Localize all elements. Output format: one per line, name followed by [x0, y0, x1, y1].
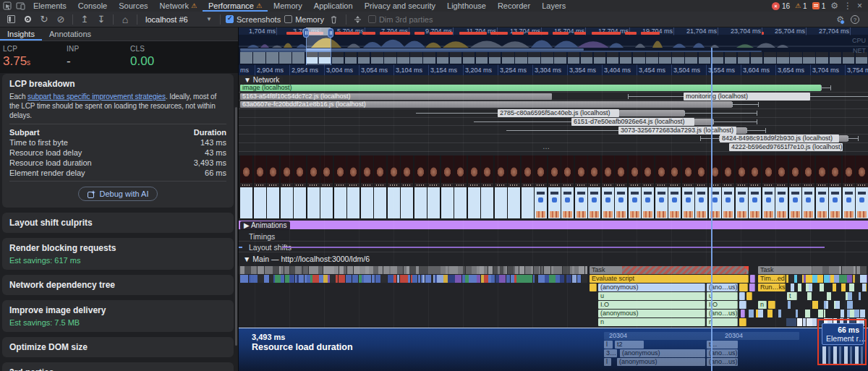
warning-badge[interactable]: ⚠1: [795, 2, 807, 10]
filmstrip-screenshot[interactable]: [267, 155, 279, 218]
filmstrip-screenshot[interactable]: [307, 155, 320, 218]
inspect-icon[interactable]: [0, 0, 14, 12]
filmstrip-screenshot[interactable]: [508, 155, 520, 218]
metric-lcp[interactable]: LCP 3.75s: [1, 45, 65, 73]
network-request-row[interactable]: 63a0607e-fc20bddf2a1e8b16.js (localhost): [239, 101, 868, 109]
history-select[interactable]: localhost #6▼: [142, 15, 215, 24]
error-badge[interactable]: ×16: [772, 2, 790, 10]
insight-card-layout-shift-culprits[interactable]: Layout shift culprits: [2, 213, 234, 233]
filmstrip-screenshot[interactable]: [682, 155, 694, 218]
network-request-row[interactable]: 2785-c80a6595f5ac40eb.js (localhost): [239, 109, 868, 118]
device-toolbar-icon[interactable]: [14, 0, 27, 12]
filmstrip-screenshot[interactable]: [749, 155, 761, 218]
network-request-label[interactable]: 8424-8498c918d9f2b930.js (localhost): [720, 135, 839, 142]
clear-button[interactable]: ⊘: [54, 13, 67, 26]
network-request-label[interactable]: 4222-b596ed97651f7e10.js (localhost): [729, 143, 843, 151]
filmstrip-screenshot[interactable]: [468, 155, 480, 218]
garbage-collect-icon[interactable]: [328, 13, 341, 26]
layout-shift-marker[interactable]: [282, 247, 825, 248]
network-track-header[interactable]: ▼ Network: [240, 76, 283, 85]
filmstrip-screenshot[interactable]: [254, 155, 266, 218]
fit-view-icon[interactable]: [352, 13, 365, 26]
flame-bar[interactable]: [750, 275, 755, 283]
network-expander[interactable]: …: [542, 142, 550, 150]
timeline-panel[interactable]: CPU NET 1,704 ms3,704 ms5,704 ms7,704 ms…: [239, 27, 868, 371]
memory-checkbox[interactable]: Memory: [284, 15, 324, 24]
lcp-breakdown-card[interactable]: LCP breakdown Each subpart has specific …: [2, 74, 234, 208]
network-request-label[interactable]: 2785-c80a6595f5ac40eb.js (localhost): [498, 109, 619, 117]
toggle-sidebar-icon[interactable]: [4, 13, 17, 26]
close-icon[interactable]: ×: [857, 1, 862, 11]
insight-card-3rd-parties[interactable]: 3rd parties: [2, 362, 234, 371]
network-request-row[interactable]: 6151-d7e50eafb0926e64.js (localhost): [239, 118, 868, 127]
filmstrip-screenshot[interactable]: [414, 155, 427, 218]
filmstrip-screenshot[interactable]: [454, 155, 467, 218]
flame-bar[interactable]: I.O: [598, 301, 705, 309]
filmstrip-screenshot[interactable]: [427, 155, 440, 218]
filmstrip-screenshot[interactable]: [575, 155, 587, 218]
dim-3rd-parties-checkbox[interactable]: Dim 3rd parties: [368, 15, 433, 24]
more-menu-icon[interactable]: ⋮: [843, 1, 852, 11]
network-request-bar[interactable]: [839, 135, 848, 142]
timeline-overview[interactable]: CPU NET 1,704 ms3,704 ms5,704 ms7,704 ms…: [239, 27, 868, 75]
flame-bar[interactable]: [590, 283, 597, 291]
insight-card-improve-image-delivery[interactable]: Improve image deliveryEst savings: 7.5 M…: [2, 300, 234, 332]
insight-card-render-blocking-requests[interactable]: Render blocking requestsEst savings: 617…: [2, 238, 234, 270]
filmstrip-screenshot[interactable]: [629, 155, 641, 218]
flame-row[interactable]: (anonymous)(ano…us): [239, 310, 868, 317]
animations-track[interactable]: ▶ Animations: [239, 220, 868, 230]
flame-row[interactable]: TaskTask: [239, 266, 868, 274]
capture-settings-icon[interactable]: ⚙: [836, 14, 844, 25]
help-icon[interactable]: ?: [851, 15, 859, 24]
flame-bar[interactable]: Run…ks: [758, 283, 786, 291]
tab-console[interactable]: Console: [72, 0, 113, 12]
tab-application[interactable]: Application: [308, 0, 359, 12]
timeline-playhead[interactable]: [711, 48, 712, 371]
flame-row[interactable]: I.OI.On: [239, 301, 868, 309]
network-request-row[interactable]: 3073-3256772683da7293.js (localhost): [239, 127, 868, 135]
flame-bar[interactable]: Tim…ed: [758, 275, 786, 283]
issues-badge[interactable]: 1: [812, 2, 826, 10]
filmstrip-screenshot[interactable]: [334, 155, 346, 218]
flame-bar[interactable]: [746, 292, 752, 300]
network-request-label[interactable]: 3073-3256772683da7293.js (localhost): [618, 127, 736, 135]
network-request-row[interactable]: 5163-a54f8f10c54dc7c2.js (localhost)moni…: [239, 93, 868, 101]
flame-bar[interactable]: n: [758, 301, 767, 309]
filmstrip-screenshot[interactable]: [481, 155, 493, 218]
filmstrip-screenshot[interactable]: [829, 155, 841, 218]
tab-privacy-and-security[interactable]: Privacy and security: [359, 0, 441, 12]
settings-gear-icon[interactable]: ⚙: [830, 1, 838, 11]
tab-sources[interactable]: Sources: [113, 0, 153, 12]
flame-bar[interactable]: Task: [590, 266, 749, 274]
network-request-label[interactable]: 6151-d7e50eafb0926e64.js (localhost): [571, 118, 694, 126]
filmstrip-screenshot[interactable]: [374, 155, 386, 218]
animations-bar[interactable]: [239, 221, 868, 229]
filmstrip-screenshot[interactable]: [775, 155, 788, 218]
timings-track-label[interactable]: Timings: [249, 232, 275, 241]
filmstrip-screenshot[interactable]: [281, 155, 293, 218]
flame-bar[interactable]: t: [787, 292, 797, 300]
animations-track-header[interactable]: ▶ Animations: [240, 221, 290, 230]
flame-row[interactable]: Evaluate scriptTim…ed: [239, 275, 868, 283]
flame-bar[interactable]: (anonymous): [598, 283, 705, 291]
load-profile-icon[interactable]: ↥: [78, 13, 91, 26]
record-button[interactable]: [21, 13, 34, 26]
network-request-row[interactable]: 4222-b596ed97651f7e10.js (localhost): [239, 143, 868, 152]
flame-bar[interactable]: n: [598, 318, 705, 326]
filmstrip-screenshot[interactable]: [522, 155, 534, 218]
filmstrip-screenshot[interactable]: [722, 155, 734, 218]
filmstrip-screenshot[interactable]: [548, 155, 561, 218]
filmstrip-screenshot[interactable]: [789, 155, 801, 218]
network-track[interactable]: ▼ Network … image (localhost)5163-a54f8f…: [239, 75, 868, 152]
filmstrip-screenshot[interactable]: [441, 155, 454, 218]
filmstrip-screenshot[interactable]: [802, 155, 814, 218]
network-request-row[interactable]: 8424-8498c918d9f2b930.js (localhost): [239, 135, 868, 143]
main-thread-track-header[interactable]: ▼ Main — http://localhost:3000/ldm/6: [243, 255, 370, 263]
save-profile-icon[interactable]: ↧: [95, 13, 108, 26]
network-request-label[interactable]: monitoring (localhost): [684, 93, 810, 101]
sidebar-scrollbar[interactable]: [235, 107, 237, 346]
tab-elements[interactable]: Elements: [27, 0, 72, 12]
network-request-bar[interactable]: 5163-a54f8f10c54dc7c2.js (localhost): [240, 93, 552, 100]
flame-bar[interactable]: u: [598, 292, 705, 300]
filmstrip-screenshot[interactable]: [655, 155, 668, 218]
